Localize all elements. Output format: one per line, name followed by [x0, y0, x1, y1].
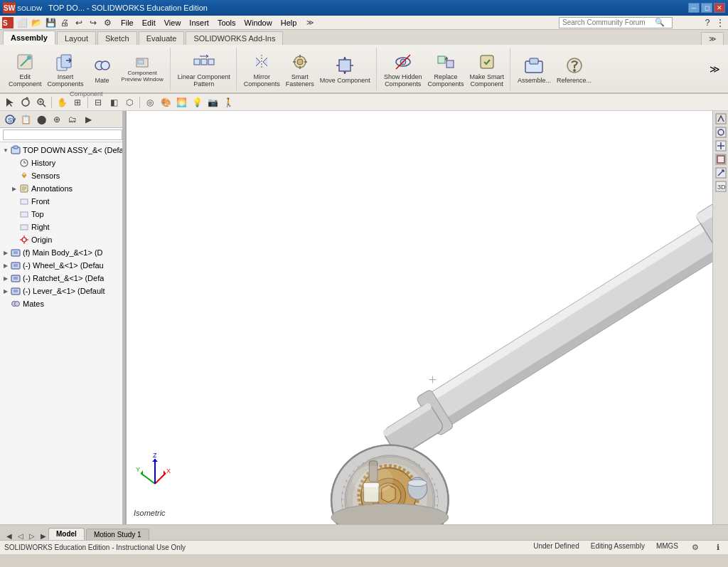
linear-pattern-btn[interactable]: Linear ComponentPattern: [176, 49, 232, 89]
tab-motion-study[interactable]: Motion Study 1: [86, 529, 149, 540]
tree-item-origin[interactable]: Origin: [0, 233, 125, 246]
bottom-tabs: ◀ ◁ ▷ ▶ Model Motion Study 1: [0, 524, 728, 540]
menu-window[interactable]: Window: [240, 17, 277, 28]
hide-show-btn[interactable]: ◎: [143, 95, 157, 110]
mirror-btn[interactable]: MirrorComponents: [242, 49, 282, 89]
edit-component-btn[interactable]: EditComponent: [7, 49, 43, 89]
minimize-button[interactable]: ─: [688, 3, 700, 13]
new-btn[interactable]: ⬜: [16, 16, 28, 29]
rp-view1[interactable]: [714, 112, 727, 125]
tree-item-sensors[interactable]: Sensors: [0, 169, 125, 182]
move-component-btn[interactable]: Move Component: [318, 53, 372, 85]
rp-view6[interactable]: 3D: [714, 180, 727, 193]
tab-model[interactable]: Model: [48, 528, 85, 540]
tab-evaluate[interactable]: Evaluate: [139, 31, 185, 45]
svg-rect-44: [11, 288, 20, 295]
menu-help[interactable]: Help: [277, 17, 301, 28]
replace-components-btn[interactable]: ReplaceComponents: [426, 49, 465, 89]
title-bar: SW SOLIDWORKS TOP DO... - SOLIDWORKS Edu…: [0, 0, 728, 16]
tree-item-assembly[interactable]: ▼ TOP DOWN ASSY_&< (Defa: [0, 144, 125, 157]
smart-fasteners-btn[interactable]: SmartFasteners: [284, 49, 316, 89]
tab-next-btn[interactable]: ▷: [27, 532, 37, 540]
cameras-btn[interactable]: 📷: [205, 95, 220, 110]
assemble-btn[interactable]: Assemble...: [516, 53, 552, 85]
show-hidden-btn[interactable]: Show HiddenComponents: [382, 49, 424, 89]
rotate-btn[interactable]: [18, 95, 33, 110]
undo-btn[interactable]: ↩: [73, 16, 85, 29]
print-btn[interactable]: 🖨: [58, 16, 71, 29]
scenes-btn[interactable]: 🌅: [174, 95, 188, 110]
tab-prev-btn[interactable]: ◀: [4, 532, 14, 540]
menu-tools[interactable]: Tools: [213, 17, 240, 28]
preview-window-btn[interactable]: ComponentPreview Window: [119, 55, 166, 83]
tab-addins[interactable]: SOLIDWORKS Add-Ins: [186, 31, 283, 45]
filter-btn[interactable]: SW: [3, 113, 17, 126]
tree-item-top[interactable]: Top: [0, 208, 125, 221]
tree-item-lever[interactable]: ▶ (-) Lever_&<1> (Default: [0, 285, 125, 297]
view-orientation-btn[interactable]: ◧: [107, 95, 121, 110]
close-button[interactable]: ✕: [714, 3, 725, 13]
menu-insert[interactable]: Insert: [185, 17, 213, 28]
sidebar-resize-handle[interactable]: [122, 111, 125, 524]
tab-assembly[interactable]: Assembly: [3, 31, 55, 45]
tree-item-front[interactable]: Front: [0, 195, 125, 208]
insert-components-btn[interactable]: InsertComponents: [46, 49, 85, 89]
tree-item-ratchet[interactable]: ▶ (-) Ratchet_&<1> (Defa: [0, 272, 125, 285]
ribbon-expand[interactable]: ≫: [701, 32, 724, 45]
rp-view2[interactable]: [714, 126, 727, 139]
rp-view4[interactable]: [714, 153, 727, 166]
tree-item-history[interactable]: History: [0, 157, 125, 169]
menu-edit[interactable]: Edit: [138, 17, 160, 28]
section-btn[interactable]: ⊟: [91, 95, 105, 110]
fit-btn[interactable]: ⊞: [70, 95, 85, 110]
make-smart-btn[interactable]: Make SmartComponent: [468, 49, 505, 89]
rebuild-btn[interactable]: ⚙: [101, 16, 114, 29]
redo-btn[interactable]: ↪: [87, 16, 100, 29]
expand-menu-btn[interactable]: ≫: [304, 16, 316, 29]
3d-viewport[interactable]: X Y Z Isometric: [127, 111, 712, 524]
options-btn[interactable]: ⋮: [714, 16, 727, 29]
pan-btn[interactable]: ✋: [55, 95, 69, 110]
select-btn[interactable]: [3, 95, 17, 110]
window-controls: ─ ◻ ✕: [688, 3, 725, 13]
walkthrough-btn[interactable]: 🚶: [221, 95, 235, 110]
center-tree-btn[interactable]: ⊕: [50, 113, 64, 126]
tab-layout[interactable]: Layout: [57, 31, 96, 45]
ribbon-group-show: Show HiddenComponents ReplaceComponents: [378, 48, 510, 90]
tree-item-annotations[interactable]: ▶ Annotations: [0, 182, 125, 195]
status-edition: SOLIDWORKS Education Edition - Instructi…: [4, 544, 528, 551]
restore-button[interactable]: ◻: [701, 3, 712, 13]
tree-item-right[interactable]: Right: [0, 221, 125, 233]
tree-search-input[interactable]: [3, 129, 122, 140]
display-style-btn[interactable]: ⬡: [122, 95, 136, 110]
menu-view[interactable]: View: [160, 17, 186, 28]
make-smart-icon: [476, 51, 498, 73]
sw-logo-btn[interactable]: S: [1, 16, 14, 29]
reference-btn[interactable]: Reference...: [555, 53, 593, 85]
save-btn[interactable]: 💾: [44, 16, 57, 29]
lights-btn[interactable]: 💡: [190, 95, 204, 110]
tree-item-main-body[interactable]: ▶ (f) Main Body_&<1> (D: [0, 246, 125, 259]
display-state-btn[interactable]: ⬤: [34, 113, 48, 126]
zoom-btn[interactable]: [34, 95, 48, 110]
rp-view5[interactable]: [714, 166, 727, 179]
component-icon-ratchet: [10, 272, 21, 284]
rp-view3[interactable]: [714, 139, 727, 152]
status-settings-icon[interactable]: ⚙: [690, 542, 701, 553]
tab-sketch[interactable]: Sketch: [97, 31, 137, 45]
tab-last-btn[interactable]: ▶: [38, 532, 48, 540]
tree-item-mates[interactable]: Mates: [0, 297, 125, 310]
appearance-btn[interactable]: 🎨: [159, 95, 173, 110]
status-info-icon[interactable]: ℹ: [712, 542, 724, 553]
more-btn[interactable]: ▶: [81, 113, 95, 126]
open-btn[interactable]: 📂: [30, 16, 43, 29]
menu-file[interactable]: File: [117, 17, 138, 28]
collapse-btn[interactable]: 🗂: [65, 113, 80, 126]
help-icon[interactable]: ?: [701, 16, 714, 29]
tab-first-btn[interactable]: ◁: [16, 532, 26, 540]
search-input[interactable]: [562, 18, 655, 26]
tree-item-wheel[interactable]: ▶ (-) Wheel_&<1> (Defau: [0, 259, 125, 272]
mate-btn[interactable]: Mate: [88, 53, 117, 85]
ribbon-more-btn[interactable]: ≫: [707, 63, 722, 75]
component-filter-btn[interactable]: 📋: [18, 113, 33, 126]
